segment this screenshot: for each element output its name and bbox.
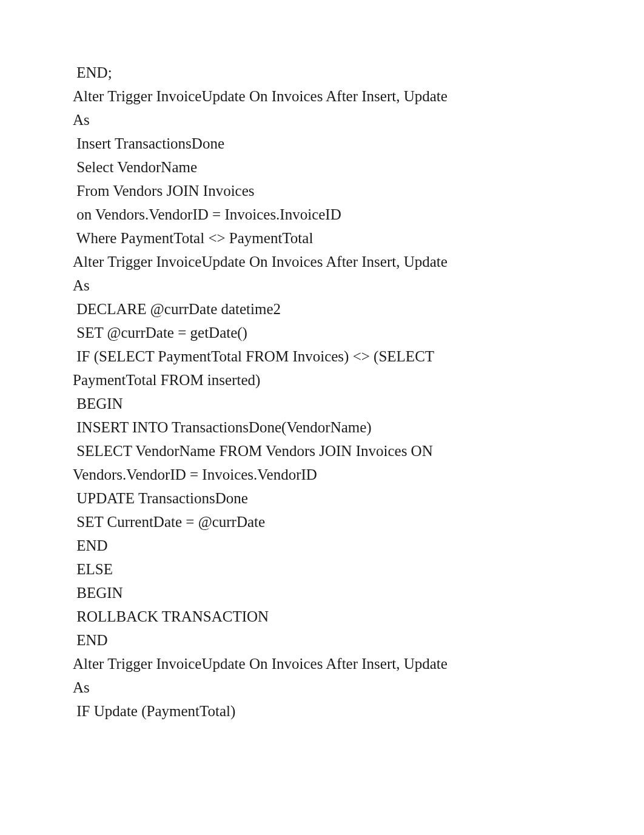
document-page: END; Alter Trigger InvoiceUpdate On Invo… [0, 0, 644, 835]
code-line: DECLARE @currDate datetime2 [73, 297, 583, 321]
code-line: Alter Trigger InvoiceUpdate On Invoices … [73, 84, 583, 108]
code-line: IF Update (PaymentTotal) [73, 699, 583, 723]
code-line: As [73, 676, 583, 699]
code-line: END [73, 534, 583, 557]
code-line: Alter Trigger InvoiceUpdate On Invoices … [73, 652, 583, 676]
code-line: SET @currDate = getDate() [73, 321, 583, 344]
code-line: PaymentTotal FROM inserted) [73, 368, 583, 392]
code-line: SELECT VendorName FROM Vendors JOIN Invo… [73, 439, 583, 463]
code-line: IF (SELECT PaymentTotal FROM Invoices) <… [73, 344, 583, 368]
code-line: Vendors.VendorID = Invoices.VendorID [73, 463, 583, 486]
code-line: BEGIN [73, 581, 583, 605]
code-line: INSERT INTO TransactionsDone(VendorName) [73, 415, 583, 439]
code-line: As [73, 108, 583, 132]
code-line: As [73, 273, 583, 297]
code-line: ELSE [73, 557, 583, 581]
code-line: BEGIN [73, 392, 583, 415]
code-line: on Vendors.VendorID = Invoices.InvoiceID [73, 203, 583, 226]
code-line: Select VendorName [73, 155, 583, 179]
code-line: END; [73, 61, 583, 84]
code-line: Alter Trigger InvoiceUpdate On Invoices … [73, 250, 583, 273]
code-line: UPDATE TransactionsDone [73, 486, 583, 510]
code-line: SET CurrentDate = @currDate [73, 510, 583, 534]
code-line: ROLLBACK TRANSACTION [73, 605, 583, 628]
code-line: From Vendors JOIN Invoices [73, 179, 583, 203]
code-line: END [73, 628, 583, 652]
code-line: Where PaymentTotal <> PaymentTotal [73, 226, 583, 250]
code-line: Insert TransactionsDone [73, 132, 583, 155]
